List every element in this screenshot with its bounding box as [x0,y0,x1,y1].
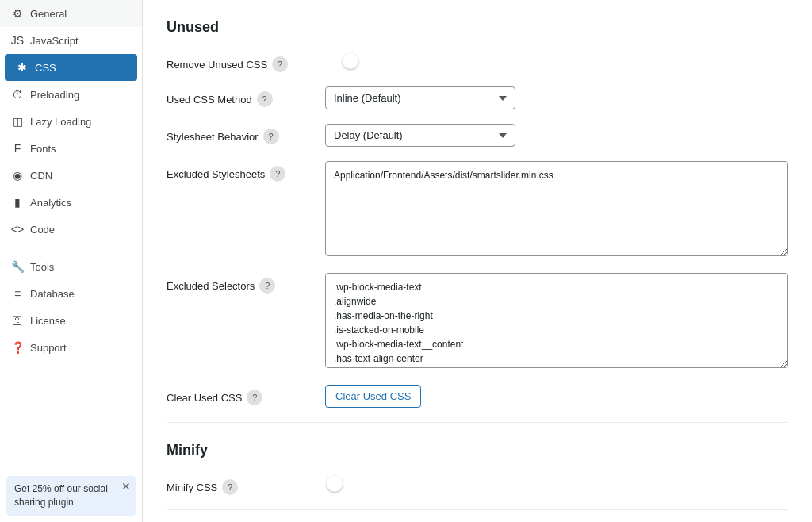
setting-control-excluded-selectors [325,273,788,370]
setting-label-stylesheet-behavior: Stylesheet Behavior? [167,124,325,144]
license-icon: ⚿ [11,314,24,327]
css-icon: ✱ [16,61,29,74]
setting-label-remove-unused-css: Remove Unused CSS? [167,52,325,72]
sidebar-item-javascript[interactable]: JS JavaScript [0,27,142,54]
section-minify: MinifyMinify CSS? [167,442,788,495]
sidebar-label-general: General [30,8,67,20]
sidebar-item-lazy-loading[interactable]: ◫ Lazy Loading [0,108,142,135]
sidebar-label-analytics: Analytics [30,197,71,209]
section-unused: UnusedRemove Unused CSS?Used CSS Method?… [167,19,788,408]
help-icon-used-css-method[interactable]: ? [257,91,273,107]
setting-row-remove-unused-css: Remove Unused CSS? [167,52,788,72]
help-icon-clear-used-css[interactable]: ? [247,390,262,405]
sidebar-item-support[interactable]: ❓ Support [0,334,142,361]
code-icon: <> [11,223,24,236]
label-text-excluded-stylesheets: Excluded Stylesheets [167,168,265,180]
setting-label-used-css-method: Used CSS Method? [167,86,325,107]
setting-row-minify-css: Minify CSS? [167,474,788,495]
sidebar-label-support: Support [30,342,67,354]
textarea-excluded-selectors[interactable] [325,273,788,368]
textarea-excluded-stylesheets[interactable] [325,161,788,256]
sidebar-label-fonts: Fonts [30,143,56,155]
database-icon: ≡ [11,287,24,300]
sidebar-label-lazy-loading: Lazy Loading [30,116,91,128]
section-title-minify: Minify [167,442,788,459]
sidebar-label-css: CSS [35,62,56,74]
help-icon-excluded-selectors[interactable]: ? [259,278,275,294]
promo-text: Get 25% off our social sharing plugin. [14,483,108,508]
select-used-css-method[interactable]: Inline (Default)FilesExternal [325,86,515,109]
promo-banner: ✕ Get 25% off our social sharing plugin. [6,476,136,516]
label-text-excluded-selectors: Excluded Selectors [167,280,255,292]
sidebar-divider [0,248,142,248]
setting-control-excluded-stylesheets [325,161,788,259]
help-icon-remove-unused-css[interactable]: ? [272,56,288,72]
setting-row-stylesheet-behavior: Stylesheet Behavior?Delay (Default)NoneA… [167,124,788,147]
sidebar-item-fonts[interactable]: F Fonts [0,135,142,162]
setting-row-used-css-method: Used CSS Method?Inline (Default)FilesExt… [167,86,788,109]
label-text-clear-used-css: Clear Used CSS [167,392,242,404]
sidebar: ⚙ General JS JavaScript ✱ CSS ⏱ Preloadi… [0,0,143,522]
setting-row-clear-used-css: Clear Used CSS?Clear Used CSS [167,385,788,408]
setting-row-excluded-stylesheets: Excluded Stylesheets? [167,161,788,259]
setting-control-clear-used-css: Clear Used CSS [325,385,788,408]
help-icon-stylesheet-behavior[interactable]: ? [263,129,279,144]
sidebar-item-preloading[interactable]: ⏱ Preloading [0,81,142,108]
section-divider-unused [167,422,788,423]
promo-close-button[interactable]: ✕ [121,479,131,495]
sidebar-label-database: Database [30,288,75,300]
setting-label-minify-css: Minify CSS? [167,474,325,495]
select-stylesheet-behavior[interactable]: Delay (Default)NoneAsync [325,124,515,147]
label-text-stylesheet-behavior: Stylesheet Behavior [167,131,259,143]
sidebar-item-analytics[interactable]: ▮ Analytics [0,189,142,216]
analytics-icon: ▮ [11,196,24,209]
setting-label-excluded-stylesheets: Excluded Stylesheets? [167,161,325,182]
general-icon: ⚙ [11,7,24,20]
label-text-minify-css: Minify CSS [167,482,217,493]
setting-row-excluded-selectors: Excluded Selectors? [167,273,788,370]
setting-label-clear-used-css: Clear Used CSS? [167,385,325,405]
sidebar-item-css[interactable]: ✱ CSS [5,54,137,81]
sidebar-item-license[interactable]: ⚿ License [0,307,142,334]
cdn-icon: ◉ [11,169,24,182]
lazy-loading-icon: ◫ [11,115,24,128]
main-content: UnusedRemove Unused CSS?Used CSS Method?… [143,0,812,522]
sidebar-label-preloading: Preloading [30,89,79,101]
sidebar-label-code: Code [30,224,55,236]
sidebar-item-cdn[interactable]: ◉ CDN [0,162,142,189]
setting-label-excluded-selectors: Excluded Selectors? [167,273,325,294]
label-text-remove-unused-css: Remove Unused CSS [167,59,267,71]
sidebar-label-javascript: JavaScript [30,35,79,47]
support-icon: ❓ [11,341,24,354]
setting-control-stylesheet-behavior: Delay (Default)NoneAsync [325,124,788,147]
button-clear-used-css[interactable]: Clear Used CSS [325,385,421,408]
sidebar-item-general[interactable]: ⚙ General [0,0,142,27]
javascript-icon: JS [11,34,24,47]
section-divider-minify [167,509,788,510]
preloading-icon: ⏱ [11,88,24,101]
help-icon-minify-css[interactable]: ? [222,479,238,495]
help-icon-excluded-stylesheets[interactable]: ? [270,166,285,182]
sidebar-label-license: License [30,315,66,327]
sidebar-item-database[interactable]: ≡ Database [0,280,142,307]
setting-control-used-css-method: Inline (Default)FilesExternal [325,86,788,109]
label-text-used-css-method: Used CSS Method [167,94,252,106]
sidebar-item-code[interactable]: <> Code [0,216,142,243]
section-title-unused: Unused [167,19,788,36]
fonts-icon: F [11,142,24,155]
sidebar-label-cdn: CDN [30,170,52,182]
sidebar-item-tools[interactable]: 🔧 Tools [0,253,142,280]
tools-icon: 🔧 [11,260,24,273]
sidebar-label-tools: Tools [30,261,54,273]
